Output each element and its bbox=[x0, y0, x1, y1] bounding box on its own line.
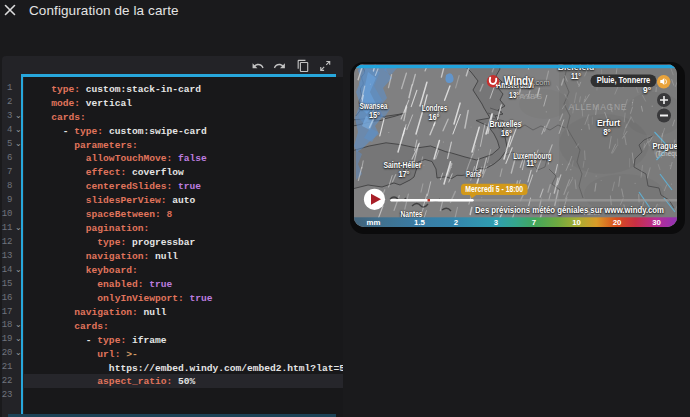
svg-text:16°: 16° bbox=[428, 112, 439, 122]
svg-text:(Tchéqu: (Tchéqu bbox=[655, 150, 677, 158]
svg-text:20: 20 bbox=[612, 218, 621, 227]
svg-text:Pluie, Tonnerre: Pluie, Tonnerre bbox=[596, 75, 650, 85]
svg-text:3: 3 bbox=[493, 218, 498, 227]
svg-text:15°: 15° bbox=[369, 110, 380, 120]
svg-text:Mercredi 5 - 18:00: Mercredi 5 - 18:00 bbox=[465, 184, 523, 194]
svg-text:PAYS-BAS: PAYS-BAS bbox=[516, 93, 542, 100]
svg-text:11°: 11° bbox=[526, 158, 536, 168]
svg-text:ALLEMAGNE: ALLEMAGNE bbox=[568, 102, 629, 112]
svg-text:mm: mm bbox=[366, 218, 380, 227]
svg-text:2: 2 bbox=[453, 218, 458, 227]
svg-text:17°: 17° bbox=[398, 169, 409, 179]
svg-text:Windy: Windy bbox=[504, 74, 534, 88]
svg-text:.com: .com bbox=[533, 78, 549, 87]
svg-text:16°: 16° bbox=[501, 128, 512, 138]
svg-text:10: 10 bbox=[572, 218, 581, 227]
svg-text:11°: 11° bbox=[570, 71, 580, 81]
svg-text:30: 30 bbox=[652, 218, 661, 227]
svg-text:1.5: 1.5 bbox=[414, 218, 425, 227]
svg-text:13°: 13° bbox=[509, 90, 519, 100]
svg-text:Des prévisions météo géniales: Des prévisions météo géniales sur www.wi… bbox=[475, 204, 664, 215]
svg-text:8°: 8° bbox=[603, 127, 611, 137]
svg-text:7: 7 bbox=[531, 218, 535, 227]
svg-text:Paris: Paris bbox=[466, 169, 481, 179]
